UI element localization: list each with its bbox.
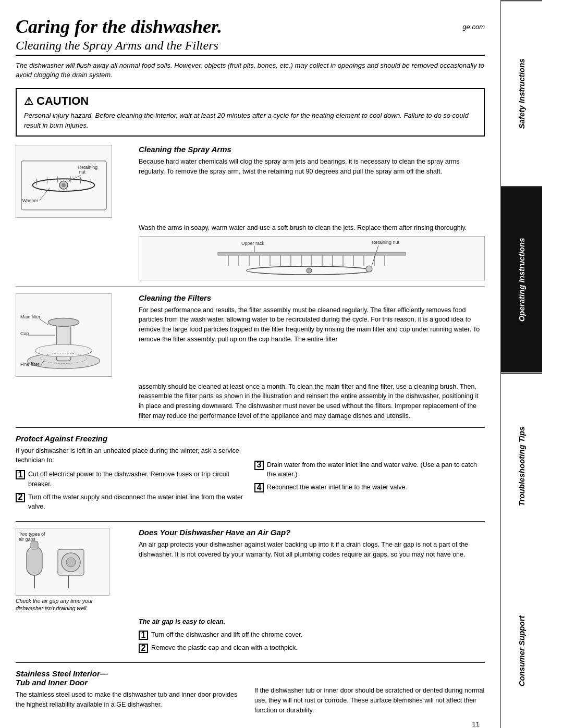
page-number: 11 [16, 720, 485, 728]
step-num-4: 4 [254, 483, 264, 492]
svg-text:Upper rack: Upper rack [241, 241, 265, 246]
filters-body-right: assembly should be cleaned at least once… [139, 382, 485, 421]
step-num-2: 2 [16, 493, 25, 502]
airgap-step-1: 1 Turn off the dishwasher and lift off t… [139, 630, 485, 640]
svg-text:Main filter: Main filter [20, 314, 41, 319]
svg-rect-52 [27, 547, 42, 575]
protect-section: Protect Against Freezing If your dishwas… [16, 434, 485, 515]
svg-text:Cup: Cup [20, 331, 29, 336]
sidebar-operating: Operating Instructions [501, 186, 542, 372]
airgap-right-heading: The air gap is easy to clean. [139, 617, 485, 627]
caution-box: ⚠ CAUTION Personal injury hazard. Before… [16, 88, 485, 136]
upper-rack-illustration: Upper rack Retaining nut [139, 236, 485, 280]
airgap-step-2-text: Remove the plastic cap and clean with a … [151, 643, 298, 653]
svg-text:Retaining nut: Retaining nut [372, 240, 400, 245]
protect-steps-left: 1 Cut off electrical power to the dishwa… [16, 470, 246, 512]
protect-step-4: 4 Reconnect the water inlet line to the … [254, 483, 485, 492]
svg-line-45 [40, 318, 48, 325]
caution-text: Personal injury hazard. Before cleaning … [24, 111, 476, 130]
filters-body-left: For best performance and results, the fi… [139, 305, 485, 344]
svg-line-8 [68, 175, 81, 181]
protect-step-3: 3 Drain water from the water inlet line … [254, 460, 485, 480]
svg-point-34 [366, 266, 372, 272]
protect-step-2: 2 Turn off the water supply and disconne… [16, 492, 246, 512]
airgap-step-num-2: 2 [139, 644, 148, 653]
protect-step-3-text: Drain water from the water inlet line an… [267, 460, 485, 480]
protect-heading: Protect Against Freezing [16, 434, 246, 443]
stainless-body-right: If the dishwasher tub or inner door shou… [254, 686, 485, 715]
protect-steps-right: 3 Drain water from the water inlet line … [254, 460, 485, 493]
airgap-illustration: Two types of air gaps [16, 528, 109, 596]
step-num-1: 1 [16, 470, 25, 479]
svg-point-3 [62, 183, 66, 187]
svg-rect-53 [31, 541, 38, 549]
svg-point-42 [35, 344, 92, 356]
svg-point-33 [307, 268, 312, 273]
stainless-body-left: The stainless steel used to make the dis… [16, 690, 246, 710]
spray-arms-right-text: Wash the arms in soapy, warm water and u… [139, 223, 485, 233]
page-subtitle: Cleaning the Spray Arms and the Filters [16, 39, 485, 56]
airgap-step-2: 2 Remove the plastic cap and clean with … [139, 643, 485, 653]
airgap-section: Two types of air gaps Check th [16, 528, 485, 612]
airgap-right-steps: 1 Turn off the dishwasher and lift off t… [139, 630, 485, 653]
svg-text:nut: nut [79, 169, 86, 175]
website-label: ge.com [462, 23, 485, 31]
svg-text:Washer: Washer [22, 198, 38, 203]
protect-step-2-text: Turn off the water supply and disconnect… [28, 492, 246, 512]
step-num-3: 3 [254, 461, 264, 470]
sidebar-safety: Safety Instructions [501, 0, 542, 186]
airgap-heading: Does Your Dishwasher Have an Air Gap? [139, 528, 485, 537]
airgap-caption: Check the air gap any time your dishwash… [16, 598, 109, 612]
sidebar-troubleshooting: Troubleshooting Tips [501, 373, 542, 559]
protect-step-1: 1 Cut off electrical power to the dishwa… [16, 470, 246, 489]
spray-arm-illustration: Washer Retaining nut [16, 145, 112, 218]
svg-point-56 [66, 558, 76, 567]
caution-label: CAUTION [36, 94, 89, 108]
airgap-step-1-text: Turn off the dishwasher and lift off the… [151, 630, 302, 640]
protect-step-1-text: Cut off electrical power to the dishwash… [28, 470, 246, 489]
svg-text:Fine filter: Fine filter [20, 362, 40, 367]
caution-triangle-icon: ⚠ [24, 95, 33, 107]
intro-text: The dishwasher will flush away all norma… [16, 61, 485, 80]
svg-text:Retaining: Retaining [78, 164, 98, 169]
airgap-step-num-1: 1 [139, 631, 148, 640]
svg-text:Two types of: Two types of [19, 532, 45, 537]
filters-heading: Cleaning the Filters [139, 293, 485, 302]
filter-illustration: Main filter Cup Fine filter [16, 293, 112, 377]
spray-arms-body: Because hard water chemicals will clog t… [139, 157, 485, 177]
filters-section: Main filter Cup Fine filter Cleaning the… [16, 293, 485, 377]
spray-arms-section: Washer Retaining nut [16, 145, 485, 218]
stainless-section: Stainless Steel Interior— Tub and Inner … [16, 669, 485, 715]
protect-intro: If your dishwasher is left in an unheate… [16, 446, 246, 466]
page-title: Caring for the dishwasher. [16, 16, 222, 38]
stainless-heading: Stainless Steel Interior— Tub and Inner … [16, 669, 246, 687]
right-sidebar: Safety Instructions Operating Instructio… [500, 0, 542, 728]
svg-rect-15 [218, 252, 406, 255]
sidebar-consumer: Consumer Support [501, 559, 542, 728]
protect-step-4-text: Reconnect the water inlet line to the wa… [267, 483, 407, 492]
svg-point-41 [48, 318, 79, 326]
spray-arms-heading: Cleaning the Spray Arms [139, 145, 485, 154]
airgap-body: An air gap protects your dishwasher agai… [139, 540, 485, 560]
